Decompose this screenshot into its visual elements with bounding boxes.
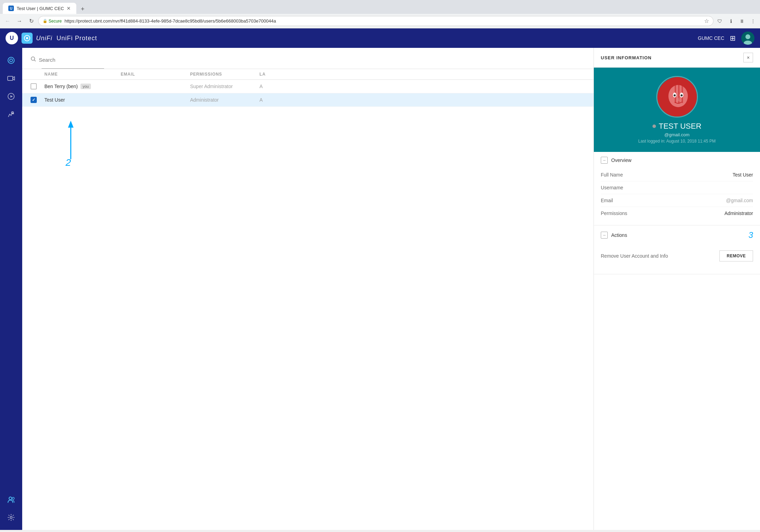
info-row-permissions: Permissions Administrator bbox=[601, 207, 753, 220]
remove-action-label: Remove User Account and Info bbox=[601, 253, 668, 259]
row-1-name: Ben Terry (ben) bbox=[44, 84, 78, 89]
col-last-activity: LA bbox=[259, 72, 294, 77]
menu-icon[interactable]: ⋮ bbox=[749, 17, 757, 25]
collapse-icon[interactable]: − bbox=[601, 157, 608, 164]
actions-title: Actions bbox=[611, 232, 627, 238]
sidebar-item-settings[interactable] bbox=[3, 509, 19, 526]
search-input[interactable] bbox=[39, 57, 585, 63]
app-container: U UniFi UniFi Protect GUMC CEC ⊞ bbox=[0, 28, 760, 530]
sidebar bbox=[0, 48, 22, 530]
browser-chrome: Test User | GUMC CEC ✕ + ← → ↻ Secure ht… bbox=[0, 0, 760, 28]
panel-close-button[interactable]: × bbox=[743, 53, 753, 62]
svg-point-11 bbox=[12, 497, 14, 499]
grid-icon[interactable]: ⊞ bbox=[730, 34, 736, 42]
info-row-username: Username bbox=[601, 181, 753, 194]
annotation-arrows-svg: 2 bbox=[43, 117, 99, 173]
info-icon[interactable]: ℹ bbox=[727, 17, 735, 25]
table-row[interactable]: Test User Administrator A bbox=[22, 93, 594, 107]
row-1-last-activity: A bbox=[259, 84, 294, 89]
forward-button[interactable]: → bbox=[15, 16, 24, 26]
address-bar[interactable]: Secure https://protect.ubnt.com/nvr/ff41… bbox=[38, 16, 714, 26]
close-icon: × bbox=[747, 55, 750, 60]
info-rows: Full Name Test User Username Email @gmai… bbox=[594, 169, 760, 225]
sidebar-item-cameras[interactable] bbox=[3, 52, 19, 69]
col-name: NAME bbox=[44, 72, 121, 77]
svg-point-6 bbox=[10, 59, 12, 62]
actions-section-header[interactable]: − Actions 3 bbox=[594, 225, 760, 245]
profile-name-row: TEST USER bbox=[652, 122, 701, 131]
user-avatar[interactable] bbox=[741, 32, 754, 45]
profile-avatar bbox=[656, 76, 698, 118]
browser-tab-active[interactable]: Test User | GUMC CEC ✕ bbox=[3, 3, 76, 14]
search-icon bbox=[31, 56, 36, 63]
sidebar-item-users[interactable] bbox=[3, 491, 19, 508]
fullname-value: Test User bbox=[733, 172, 753, 178]
remove-button[interactable]: REMOVE bbox=[719, 250, 753, 261]
sidebar-item-recordings[interactable] bbox=[3, 70, 19, 87]
app-name: UniFi UniFi Protect bbox=[36, 35, 97, 42]
row-1-permissions: Super Administrator bbox=[190, 84, 259, 89]
main-layout: NAME EMAIL PERMISSIONS LA Ben Terry (ben… bbox=[0, 48, 760, 530]
col-email: EMAIL bbox=[121, 72, 190, 77]
profile-last-login: Last logged in: August 10, 2018 11:45 PM bbox=[638, 139, 716, 144]
panel-header: USER INFORMATION × bbox=[594, 48, 760, 68]
row-2-name-cell: Test User bbox=[44, 97, 121, 103]
svg-point-3 bbox=[745, 34, 750, 39]
tab-favicon bbox=[8, 6, 14, 11]
table-header-check bbox=[31, 72, 44, 77]
row-2-last-activity: A bbox=[259, 97, 294, 103]
remove-action-row: Remove User Account and Info REMOVE bbox=[601, 245, 753, 267]
svg-point-28 bbox=[681, 94, 683, 96]
svg-rect-7 bbox=[8, 76, 13, 80]
overview-section-header[interactable]: − Overview bbox=[594, 152, 760, 169]
users-panel: NAME EMAIL PERMISSIONS LA Ben Terry (ben… bbox=[22, 48, 594, 530]
profile-hero: TEST USER @gmail.com Last logged in: Aug… bbox=[594, 68, 760, 152]
svg-point-5 bbox=[8, 57, 14, 63]
new-tab-button[interactable]: + bbox=[78, 4, 87, 14]
actions-collapse-icon[interactable]: − bbox=[601, 232, 608, 239]
info-row-email: Email @gmail.com bbox=[601, 194, 753, 207]
content-area: NAME EMAIL PERMISSIONS LA Ben Terry (ben… bbox=[22, 48, 760, 530]
url-text: https://protect.ubnt.com/nvr/ff41d884-81… bbox=[65, 18, 701, 24]
browser-toolbar: ← → ↻ Secure https://protect.ubnt.com/nv… bbox=[0, 14, 760, 28]
table-header: NAME EMAIL PERMISSIONS LA bbox=[22, 69, 594, 80]
vpn-icon[interactable]: ⏸ bbox=[738, 17, 746, 25]
svg-point-1 bbox=[26, 37, 28, 39]
topnav-right: GUMC CEC ⊞ bbox=[698, 32, 754, 45]
browser-tab-bar: Test User | GUMC CEC ✕ + bbox=[0, 0, 760, 14]
svg-text:2: 2 bbox=[65, 157, 71, 168]
ubnt-logo[interactable]: U bbox=[6, 32, 18, 44]
email-value: @gmail.com bbox=[726, 198, 753, 203]
sidebar-item-analytics[interactable] bbox=[3, 106, 19, 123]
overview-section: − Overview Full Name Test User Username bbox=[594, 152, 760, 225]
sidebar-item-playback[interactable] bbox=[3, 88, 19, 105]
profile-name-text: TEST USER bbox=[659, 122, 701, 131]
info-row-fullname: Full Name Test User bbox=[601, 169, 753, 181]
permissions-label: Permissions bbox=[601, 211, 627, 216]
browser-toolbar-icons: 🛡 ℹ ⏸ ⋮ bbox=[716, 17, 757, 25]
svg-point-27 bbox=[674, 94, 676, 96]
svg-point-12 bbox=[10, 516, 12, 518]
search-bar bbox=[22, 53, 594, 69]
protect-logo-icon bbox=[22, 33, 33, 44]
panel-title: USER INFORMATION bbox=[601, 55, 651, 60]
annotation-3: 3 bbox=[749, 230, 753, 240]
actions-rows: Remove User Account and Info REMOVE bbox=[594, 245, 760, 274]
back-button[interactable]: ← bbox=[3, 16, 12, 26]
table-row[interactable]: Ben Terry (ben) you Super Administrator … bbox=[22, 80, 594, 93]
row-2-checkbox[interactable] bbox=[31, 97, 37, 103]
profile-email: @gmail.com bbox=[664, 132, 689, 137]
row-1-name-cell: Ben Terry (ben) you bbox=[44, 84, 121, 89]
refresh-button[interactable]: ↻ bbox=[26, 16, 36, 26]
actions-section: − Actions 3 Remove User Account and Info… bbox=[594, 225, 760, 274]
overview-title: Overview bbox=[611, 157, 631, 163]
row-1-checkbox[interactable] bbox=[31, 83, 37, 89]
tab-title: Test User | GUMC CEC bbox=[17, 6, 64, 11]
extensions-icon[interactable]: 🛡 bbox=[716, 17, 724, 25]
bookmark-icon[interactable]: ☆ bbox=[704, 18, 709, 24]
tab-close-button[interactable]: ✕ bbox=[67, 6, 71, 11]
logo-area: U UniFi UniFi Protect bbox=[6, 32, 698, 44]
user-info-panel: USER INFORMATION × bbox=[594, 48, 760, 530]
col-permissions: PERMISSIONS bbox=[190, 72, 259, 77]
secure-badge: Secure bbox=[43, 19, 62, 24]
